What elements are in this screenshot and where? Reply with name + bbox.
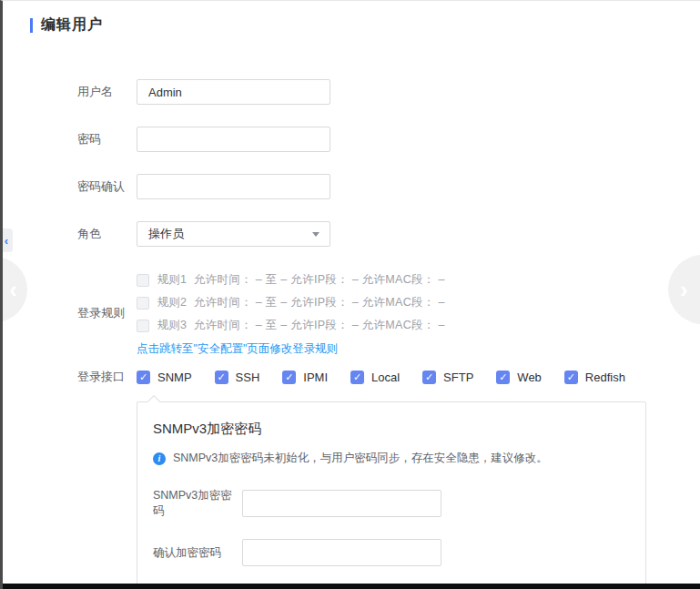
interface-checkbox-ssh[interactable]: ✓ SSH [215,371,260,384]
role-row: 角色 操作员 [77,221,700,247]
interface-checkbox-snmp[interactable]: ✓ SNMP [137,371,192,384]
checkbox-checked-icon[interactable]: ✓ [422,371,436,384]
role-select[interactable]: 操作员 [137,221,330,247]
security-config-link[interactable]: 点击跳转至"安全配置"页面修改登录规则 [137,341,445,357]
rule-3-detail: 允许时间： – 至 – 允许IP段： – 允许MAC段： – [194,318,445,333]
snmpv3-notice: i SNMPv3加密密码未初始化，与用户密码同步，存在安全隐患，建议修改。 [153,451,645,466]
rule-2-detail: 允许时间： – 至 – 允许IP段： – 允许MAC段： – [194,295,445,310]
edit-user-page: 编辑用户 用户名 密码 密码确认 角色 操作员 登录规则 [0,0,700,589]
rule-3-name: 规则3 [157,318,187,333]
info-icon: i [153,452,166,465]
snmpv3-password-confirm-row: 确认加密密码 [153,539,645,566]
title-accent-bar [30,18,33,33]
username-label: 用户名 [77,84,137,100]
login-interfaces-list: ✓ SNMP ✓ SSH ✓ IPMI ✓ Local ✓ SFTP [137,371,625,384]
panel-caret-icon [147,395,160,408]
chevron-left-icon: ‹ [5,234,8,248]
login-interfaces-label: 登录接口 [77,369,137,385]
snmpv3-notice-text: SNMPv3加密密码未初始化，与用户密码同步，存在安全隐患，建议修改。 [173,451,548,466]
checkbox-checked-icon[interactable]: ✓ [496,371,510,384]
rule-2-checkbox[interactable] [137,297,149,310]
checkbox-checked-icon[interactable]: ✓ [137,371,150,384]
interface-checkbox-local[interactable]: ✓ Local [350,371,400,384]
rule-1-detail: 允许时间： – 至 – 允许IP段： – 允许MAC段： – [194,272,445,288]
snmpv3-password-confirm-input[interactable] [242,539,441,566]
role-label: 角色 [77,226,137,242]
page-title: 编辑用户 [41,15,103,35]
bottom-edge-bar [0,584,700,589]
password-label: 密码 [77,131,137,147]
chevron-left-icon: ‹ [9,276,17,304]
username-row: 用户名 [77,79,700,105]
password-confirm-label: 密码确认 [77,178,137,195]
checkbox-checked-icon[interactable]: ✓ [282,371,296,384]
chevron-right-icon: › [680,276,688,304]
password-confirm-input[interactable] [137,174,330,199]
password-input[interactable] [137,127,330,152]
login-rule-1: 规则1 允许时间： – 至 – 允许IP段： – 允许MAC段： – [137,269,445,291]
username-input[interactable] [137,79,330,105]
page-header: 编辑用户 [30,15,700,35]
snmpv3-panel: SNMPv3加密密码 i SNMPv3加密密码未初始化，与用户密码同步，存在安全… [137,401,646,589]
snmpv3-password-label: SNMPv3加密密码 [153,488,242,519]
checkbox-checked-icon[interactable]: ✓ [350,371,364,384]
login-interfaces-row: 登录接口 ✓ SNMP ✓ SSH ✓ IPMI ✓ Local [77,369,700,385]
interface-checkbox-sftp[interactable]: ✓ SFTP [422,371,473,384]
login-rules-list: 规则1 允许时间： – 至 – 允许IP段： – 允许MAC段： – 规则2 允… [137,269,445,357]
sidebar-collapse-button[interactable]: ‹ [0,228,13,252]
rule-3-checkbox[interactable] [137,320,149,332]
carousel-prev-button[interactable]: ‹ [0,257,27,322]
interface-checkbox-web[interactable]: ✓ Web [496,371,542,384]
snmpv3-panel-title: SNMPv3加密密码 [153,421,645,438]
password-row: 密码 [77,127,700,152]
rule-1-name: 规则1 [157,272,187,288]
login-rules-row: 登录规则 规则1 允许时间： – 至 – 允许IP段： – 允许MAC段： – … [77,269,700,357]
rule-2-name: 规则2 [157,295,187,310]
interface-checkbox-ipmi[interactable]: ✓ IPMI [282,371,328,384]
snmpv3-password-row: SNMPv3加密密码 [153,488,645,519]
login-rule-3: 规则3 允许时间： – 至 – 允许IP段： – 允许MAC段： – [137,314,445,337]
password-confirm-row: 密码确认 [77,174,700,199]
checkbox-checked-icon[interactable]: ✓ [215,371,228,384]
login-rule-2: 规则2 允许时间： – 至 – 允许IP段： – 允许MAC段： – [137,291,445,314]
snmpv3-password-confirm-label: 确认加密密码 [153,545,242,561]
edit-user-form: 用户名 密码 密码确认 角色 操作员 登录规则 规则1 允许时间： [77,79,700,589]
login-rules-label: 登录规则 [77,305,137,321]
interface-checkbox-redfish[interactable]: ✓ Redfish [564,371,625,384]
snmpv3-password-input[interactable] [242,490,441,517]
chevron-down-icon [312,232,320,237]
role-select-value: 操作员 [148,226,184,242]
rule-1-checkbox[interactable] [137,274,149,287]
checkbox-checked-icon[interactable]: ✓ [564,371,578,384]
